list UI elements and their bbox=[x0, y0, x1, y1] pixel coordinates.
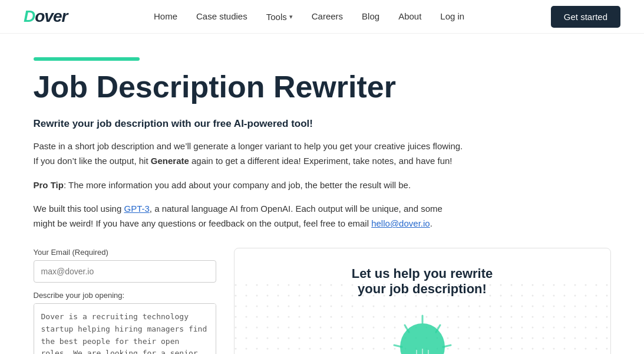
gpt-period: . bbox=[430, 218, 432, 228]
lightbulb-illustration bbox=[384, 314, 461, 354]
textarea-label: Describe your job opening: bbox=[34, 291, 216, 300]
gpt-paragraph: We built this tool using GPT-3, a natura… bbox=[34, 202, 464, 231]
nav-case-studies[interactable]: Case studies bbox=[196, 11, 247, 21]
email-label: Your Email (Required) bbox=[34, 248, 216, 257]
right-panel-title: Let us help you rewrite your job descrip… bbox=[352, 266, 493, 297]
sub-headline: Rewrite your job description with our fr… bbox=[34, 118, 611, 130]
logo-text: D bbox=[24, 7, 35, 25]
main-content: Job Description Rewriter Rewrite your jo… bbox=[10, 34, 635, 354]
nav-links: Home Case studies Tools Careers Blog Abo… bbox=[154, 11, 464, 22]
body-para1-after: again to get a different idea! Experimen… bbox=[189, 156, 453, 166]
nav-careers[interactable]: Careers bbox=[312, 11, 343, 21]
pro-tip-text: : The more information you add about you… bbox=[64, 180, 411, 190]
form-area: Your Email (Required) Describe your job … bbox=[34, 248, 611, 354]
job-description-textarea[interactable]: Dover is a recruiting technology startup… bbox=[34, 303, 216, 354]
navbar: Dover Home Case studies Tools Careers Bl… bbox=[0, 0, 644, 34]
nav-blog[interactable]: Blog bbox=[362, 11, 379, 21]
gpt-before: We built this tool using bbox=[34, 204, 124, 214]
email-link[interactable]: hello@dover.io bbox=[371, 218, 430, 228]
page-title: Job Description Rewriter bbox=[34, 70, 611, 104]
site-logo[interactable]: Dover bbox=[24, 7, 67, 26]
nav-about[interactable]: About bbox=[398, 11, 421, 21]
pro-tip-paragraph: Pro Tip: The more information you add ab… bbox=[34, 178, 464, 193]
email-input[interactable] bbox=[34, 260, 216, 283]
body-paragraph-1: Paste in a short job description and we’… bbox=[34, 139, 464, 169]
accent-bar bbox=[34, 57, 140, 61]
right-panel: Let us help you rewrite your job descrip… bbox=[234, 248, 611, 354]
generate-bold: Generate bbox=[151, 156, 189, 166]
gpt3-link[interactable]: GPT-3 bbox=[124, 204, 149, 214]
form-left: Your Email (Required) Describe your job … bbox=[34, 248, 216, 354]
nav-login[interactable]: Log in bbox=[440, 11, 464, 21]
logo-rest: over bbox=[35, 7, 67, 25]
nav-tools[interactable]: Tools bbox=[266, 12, 293, 22]
get-started-button[interactable]: Get started bbox=[551, 6, 620, 28]
pro-tip-label: Pro Tip bbox=[34, 180, 64, 190]
nav-home[interactable]: Home bbox=[154, 11, 177, 21]
